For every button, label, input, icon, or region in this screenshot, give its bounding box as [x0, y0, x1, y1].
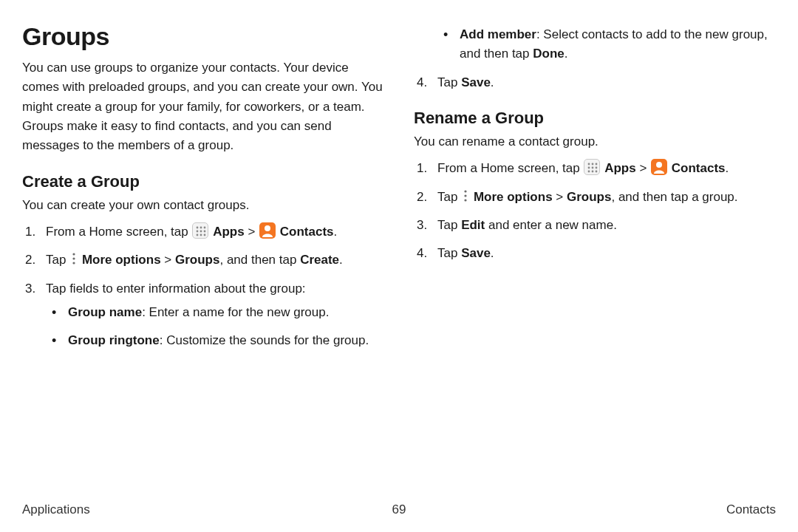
- bullet-group-name: Group name: Enter a name for the new gro…: [46, 303, 384, 322]
- step-text: Tap: [46, 253, 69, 267]
- contacts-icon: [651, 159, 667, 175]
- edit-label: Edit: [461, 218, 485, 232]
- svg-point-13: [588, 163, 590, 166]
- apps-label: Apps: [213, 225, 245, 239]
- right-column: Add member: Select contacts to add to th…: [414, 22, 776, 488]
- group-ringtone-text: : Customize the sounds for the group.: [160, 333, 369, 347]
- more-options-label: More options: [82, 253, 161, 267]
- create-group-intro: You can create your own contact groups.: [22, 196, 384, 215]
- rename-group-heading: Rename a Group: [414, 109, 776, 128]
- svg-point-15: [596, 163, 598, 166]
- svg-point-4: [200, 231, 202, 233]
- contacts-label: Contacts: [672, 161, 726, 175]
- step-text: and enter a new name.: [485, 218, 617, 232]
- group-name-label: Group name: [68, 305, 142, 319]
- step-text: From a Home screen, tap: [437, 161, 583, 175]
- page-footer: Applications 69 Contacts: [22, 502, 776, 517]
- done-label: Done: [533, 47, 565, 61]
- svg-point-16: [588, 167, 590, 169]
- svg-point-6: [197, 234, 199, 236]
- svg-point-10: [73, 253, 75, 256]
- period: .: [491, 75, 494, 89]
- rename-group-intro: You can rename a contact group.: [414, 132, 776, 151]
- svg-point-3: [197, 231, 199, 233]
- svg-point-11: [73, 258, 75, 260]
- period: .: [565, 47, 568, 61]
- contacts-label: Contacts: [280, 225, 334, 239]
- svg-point-19: [588, 171, 590, 173]
- chevron-text: >: [556, 190, 567, 204]
- groups-label: Groups: [567, 190, 611, 204]
- rename-step-3: Tap Edit and enter a new name.: [414, 216, 776, 235]
- apps-label: Apps: [604, 161, 636, 175]
- create-steps-list: From a Home screen, tap Apps > Contacts.…: [22, 222, 384, 351]
- step-text: Tap: [437, 190, 461, 204]
- svg-point-24: [465, 194, 467, 197]
- save-label: Save: [461, 75, 491, 89]
- create-step-3-bullets: Group name: Enter a name for the new gro…: [46, 303, 384, 351]
- svg-point-17: [592, 167, 594, 169]
- svg-point-21: [596, 171, 598, 173]
- groups-label: Groups: [175, 253, 219, 267]
- step-text: , and then tap: [219, 253, 300, 267]
- chevron-text: >: [164, 253, 175, 267]
- period: .: [334, 225, 338, 239]
- create-label: Create: [300, 253, 339, 267]
- svg-point-25: [465, 199, 467, 201]
- bullet-add-member: Add member: Select contacts to add to th…: [437, 25, 776, 64]
- bullet-group-ringtone: Group ringtone: Customize the sounds for…: [46, 331, 384, 350]
- step-text: Tap: [437, 246, 461, 260]
- apps-icon: [584, 159, 600, 175]
- more-options-icon: [462, 188, 469, 203]
- create-step-1: From a Home screen, tap Apps > Contacts.: [22, 222, 384, 242]
- intro-paragraph: You can use groups to organize your cont…: [22, 58, 384, 156]
- svg-point-0: [197, 227, 199, 229]
- create-group-heading: Create a Group: [22, 172, 384, 191]
- save-label: Save: [461, 246, 491, 260]
- svg-point-1: [200, 227, 202, 229]
- rename-step-4: Tap Save.: [414, 244, 776, 263]
- chevron-text: >: [639, 161, 650, 175]
- more-options-icon: [70, 251, 78, 266]
- two-column-layout: Groups You can use groups to organize yo…: [22, 22, 776, 488]
- svg-point-2: [204, 227, 206, 229]
- svg-point-22: [656, 162, 662, 168]
- step-text: Tap: [437, 218, 461, 232]
- step-text: Tap fields to enter information about th…: [46, 282, 306, 296]
- step-text: Tap: [437, 75, 461, 89]
- footer-page-number: 69: [22, 502, 776, 517]
- rename-step-2: Tap More options > Groups, and then tap …: [414, 188, 776, 207]
- svg-point-7: [200, 234, 202, 236]
- create-continued-bullets: Add member: Select contacts to add to th…: [437, 25, 776, 64]
- group-ringtone-label: Group ringtone: [68, 333, 160, 347]
- create-steps-continued: Tap Save.: [414, 73, 776, 92]
- step-text: From a Home screen, tap: [46, 225, 191, 239]
- rename-step-1: From a Home screen, tap Apps > Contacts.: [414, 159, 776, 178]
- apps-icon: [192, 222, 208, 239]
- svg-point-9: [265, 225, 270, 231]
- svg-point-20: [592, 171, 594, 173]
- add-member-label: Add member: [460, 27, 536, 41]
- svg-point-18: [596, 167, 598, 169]
- svg-point-12: [73, 262, 75, 265]
- create-step-4: Tap Save.: [414, 73, 776, 92]
- chevron-text: >: [248, 225, 259, 239]
- rename-steps-list: From a Home screen, tap Apps > Contacts.…: [414, 159, 776, 263]
- svg-point-23: [465, 190, 467, 192]
- period: .: [339, 253, 343, 267]
- svg-point-14: [592, 163, 594, 166]
- svg-point-8: [204, 234, 206, 236]
- period: .: [491, 246, 494, 260]
- page-title: Groups: [22, 22, 384, 51]
- group-name-text: : Enter a name for the new group.: [142, 305, 329, 319]
- more-options-label: More options: [474, 190, 553, 204]
- create-step-3: Tap fields to enter information about th…: [22, 279, 384, 351]
- create-step-2: Tap More options > Groups, and then tap …: [22, 250, 384, 270]
- svg-point-5: [204, 231, 206, 233]
- step-text: , and then tap a group.: [611, 190, 737, 204]
- period: .: [726, 161, 729, 175]
- left-column: Groups You can use groups to organize yo…: [22, 22, 384, 488]
- contacts-icon: [259, 222, 276, 239]
